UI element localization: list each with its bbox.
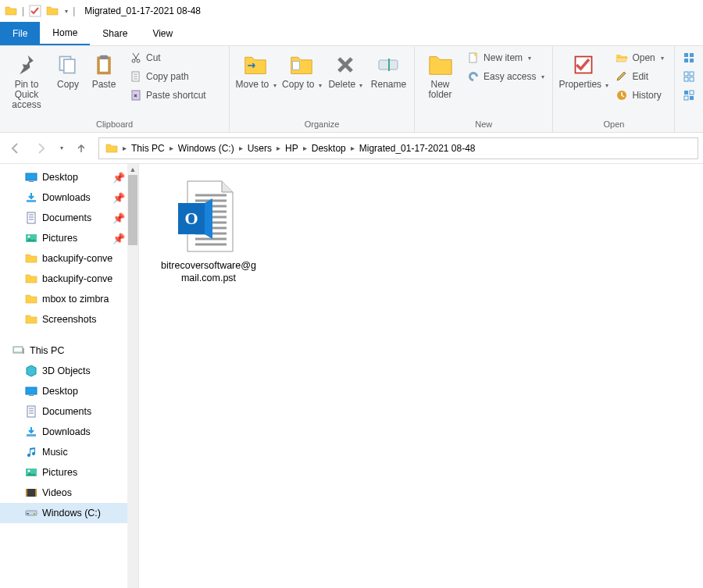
sidebar-item[interactable]: mbox to zimbra bbox=[0, 289, 128, 309]
chevron-right-icon[interactable]: ▸ bbox=[349, 144, 356, 152]
sidebar-item[interactable]: Music bbox=[0, 442, 128, 462]
breadcrumb-item[interactable]: HP bbox=[282, 143, 302, 154]
breadcrumb-item[interactable]: Desktop bbox=[309, 143, 349, 154]
sidebar-item-label: Documents bbox=[42, 212, 91, 223]
chevron-down-icon: ▾ bbox=[359, 82, 362, 89]
download-icon bbox=[25, 426, 37, 438]
group-open-label: Open bbox=[558, 118, 669, 132]
svg-rect-38 bbox=[388, 59, 390, 71]
pin-to-quick-access-button[interactable]: Pin to Quick access bbox=[5, 48, 48, 110]
sidebar-item[interactable]: 3D Objects bbox=[0, 361, 128, 381]
group-organize-label: Organize bbox=[234, 118, 409, 132]
new-item-button[interactable]: New item▾ bbox=[464, 48, 548, 67]
copy-path-button[interactable]: Copy path bbox=[127, 67, 209, 86]
sidebar-item[interactable]: Windows (C:) bbox=[0, 503, 128, 523]
move-to-button[interactable]: Move to ▾ bbox=[234, 48, 277, 91]
sidebar-item[interactable]: Pictures bbox=[0, 462, 128, 483]
forward-button[interactable] bbox=[30, 137, 52, 159]
back-button[interactable] bbox=[5, 137, 27, 159]
chevron-right-icon[interactable]: ▸ bbox=[302, 144, 309, 152]
qat-dropdown-icon[interactable]: ▾ bbox=[65, 8, 68, 15]
sidebar-item[interactable]: backupify-conve bbox=[0, 248, 128, 269]
sidebar-item[interactable]: Pictures📌 bbox=[0, 228, 128, 248]
copy-to-icon bbox=[288, 52, 315, 78]
sidebar-item-label: mbox to zimbra bbox=[42, 294, 109, 305]
ribbon: Pin to Quick access Copy Paste Cut Copy … bbox=[0, 45, 703, 133]
pin-icon: 📌 bbox=[112, 192, 125, 204]
folder-small-icon bbox=[46, 5, 59, 17]
chevron-down-icon: ▾ bbox=[605, 82, 608, 89]
separator: | bbox=[73, 5, 75, 16]
navigation-pane: Desktop📌Downloads📌Documents📌Pictures📌bac… bbox=[0, 164, 139, 588]
sidebar-item[interactable]: Downloads📌 bbox=[0, 187, 128, 208]
history-icon bbox=[616, 89, 628, 102]
file-item[interactable]: O bitrecoversoftware@gmail.com.pst bbox=[158, 180, 259, 284]
sidebar-item[interactable]: This PC bbox=[0, 340, 128, 361]
breadcrumb-item[interactable]: Windows (C:) bbox=[175, 143, 237, 154]
breadcrumb-item[interactable]: This PC bbox=[128, 143, 168, 154]
scroll-thumb[interactable] bbox=[128, 175, 137, 245]
sidebar-item-label: Screenshots bbox=[42, 314, 96, 325]
easy-access-button[interactable]: Easy access▾ bbox=[464, 67, 548, 86]
sidebar-item[interactable]: Downloads bbox=[0, 422, 128, 442]
select-button-3[interactable] bbox=[680, 86, 698, 105]
sidebar-item[interactable]: Documents bbox=[0, 401, 128, 422]
videos-icon bbox=[25, 486, 37, 499]
new-folder-icon bbox=[427, 52, 454, 78]
svg-rect-47 bbox=[684, 96, 688, 100]
sidebar-item-label: Desktop bbox=[42, 172, 78, 183]
sidebar-item-label: 3D Objects bbox=[42, 365, 91, 376]
scroll-up-icon[interactable]: ▲ bbox=[127, 164, 138, 175]
tab-file[interactable]: File bbox=[0, 22, 40, 45]
sidebar-item[interactable]: Videos bbox=[0, 483, 128, 503]
file-list[interactable]: O bitrecoversoftware@gmail.com.pst bbox=[139, 164, 703, 588]
chevron-right-icon[interactable]: ▸ bbox=[168, 144, 175, 152]
tab-view[interactable]: View bbox=[140, 22, 185, 45]
up-button[interactable] bbox=[70, 137, 92, 159]
qat-checkbox-icon[interactable] bbox=[29, 5, 41, 17]
breadcrumb-root-icon[interactable] bbox=[102, 142, 121, 155]
copy-to-button[interactable]: Copy to ▾ bbox=[280, 48, 323, 91]
edit-button[interactable]: Edit bbox=[612, 67, 666, 86]
copy-button[interactable]: Copy bbox=[52, 48, 84, 90]
chevron-right-icon[interactable]: ▸ bbox=[121, 144, 128, 152]
sidebar-item[interactable]: Desktop bbox=[0, 381, 128, 401]
easy-access-icon bbox=[467, 70, 480, 83]
select-button-2[interactable] bbox=[680, 67, 698, 86]
recent-locations-button[interactable]: ▾ bbox=[55, 137, 67, 159]
sidebar-item[interactable]: Desktop📌 bbox=[0, 167, 128, 187]
chevron-right-icon[interactable]: ▸ bbox=[275, 144, 282, 152]
history-button[interactable]: History bbox=[612, 86, 666, 105]
paste-button[interactable]: Paste bbox=[87, 48, 120, 90]
breadcrumb-item[interactable]: Users bbox=[244, 143, 275, 154]
sidebar-item-label: Pictures bbox=[42, 467, 77, 478]
sidebar-item[interactable]: Documents📌 bbox=[0, 208, 128, 228]
sidebar-item-label: Downloads bbox=[42, 192, 91, 203]
select-icon bbox=[683, 52, 695, 64]
new-folder-button[interactable]: New folder bbox=[419, 48, 461, 100]
svg-rect-43 bbox=[690, 77, 694, 81]
move-to-icon bbox=[242, 52, 269, 78]
properties-button[interactable]: Properties ▾ bbox=[558, 48, 609, 91]
cut-button[interactable]: Cut bbox=[127, 48, 209, 67]
svg-rect-42 bbox=[684, 77, 688, 81]
rename-button[interactable]: Rename bbox=[368, 48, 409, 90]
sidebar-item[interactable]: backupify-conve bbox=[0, 269, 128, 289]
paste-shortcut-button[interactable]: Paste shortcut bbox=[127, 86, 209, 105]
tab-home[interactable]: Home bbox=[40, 22, 90, 45]
select-icon bbox=[683, 89, 695, 102]
sidebar-item-label: Music bbox=[42, 447, 68, 458]
tab-share[interactable]: Share bbox=[90, 22, 140, 45]
chevron-right-icon[interactable]: ▸ bbox=[237, 144, 244, 152]
pin-icon: 📌 bbox=[112, 233, 125, 244]
select-button[interactable] bbox=[680, 48, 698, 67]
address-bar[interactable]: ▸ This PC▸ Windows (C:)▸ Users▸ HP▸ Desk… bbox=[98, 137, 698, 159]
sidebar-item[interactable]: Screenshots bbox=[0, 309, 128, 330]
breadcrumb-item[interactable]: Migrated_01-17-2021 08-48 bbox=[356, 143, 479, 154]
delete-button[interactable]: Delete ▾ bbox=[327, 48, 365, 91]
chevron-down-icon: ▾ bbox=[528, 55, 531, 62]
navigation-bar: ▾ ▸ This PC▸ Windows (C:)▸ Users▸ HP▸ De… bbox=[0, 133, 703, 164]
scrollbar[interactable]: ▲ bbox=[127, 164, 138, 588]
open-button[interactable]: Open▾ bbox=[612, 48, 666, 67]
svg-rect-46 bbox=[690, 91, 694, 94]
